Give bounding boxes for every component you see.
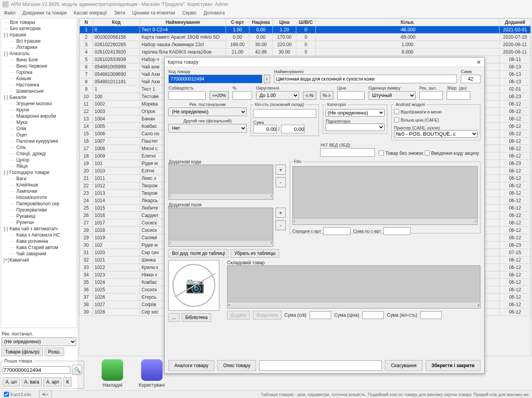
tree-node[interactable]: ···· Олія bbox=[2, 125, 76, 132]
menu-directories[interactable]: Довідники та товари bbox=[23, 10, 67, 16]
tree-node[interactable]: ···· Рукавиці bbox=[2, 213, 76, 219]
column-header[interactable]: Код bbox=[93, 19, 140, 26]
zber-input[interactable] bbox=[447, 91, 470, 100]
tree-node[interactable]: ···· Сіль bbox=[2, 144, 76, 151]
save-close-button[interactable]: Зберегти і закрити bbox=[426, 360, 480, 371]
tree-node[interactable]: ···· Презервативи bbox=[2, 207, 76, 213]
addfield-plus-button[interactable]: + bbox=[276, 208, 286, 218]
table-row[interactable]: 3026102260265Набор чашка Люминарк 22cl16… bbox=[80, 41, 531, 48]
tree-node[interactable]: ···· Клей/інше bbox=[2, 182, 76, 188]
search-input[interactable] bbox=[3, 366, 70, 374]
tree-node[interactable]: ···· Ліхтарики bbox=[2, 44, 76, 50]
info-button[interactable]: i bbox=[264, 75, 270, 83]
addcodes-list[interactable]: ‹› bbox=[168, 165, 273, 200]
menu-service[interactable]: Сервіс bbox=[182, 10, 197, 16]
tree-node[interactable]: [-] Кава чай з автомата/ч bbox=[2, 226, 76, 232]
category-tree[interactable]: ···· Все товары···· Без категории[-] Ігр… bbox=[1, 18, 77, 328]
tree-node[interactable]: ···· Цукор bbox=[2, 157, 76, 163]
reczal-input[interactable] bbox=[419, 91, 443, 100]
recpost-select[interactable]: (Не определено) bbox=[168, 108, 247, 116]
close-icon[interactable]: ✕ bbox=[476, 59, 481, 65]
menu-reports[interactable]: Звіти bbox=[114, 10, 125, 16]
tree-node[interactable]: ···· Згущене молоко bbox=[2, 100, 76, 107]
excise-checkbox[interactable]: Введення коду акцизу bbox=[425, 151, 479, 156]
tree-node[interactable]: ···· Вино Червоне bbox=[2, 63, 76, 69]
addfield-minus-button[interactable]: - bbox=[276, 220, 286, 230]
tree-node[interactable]: ···· Шампанське bbox=[2, 88, 76, 94]
free-price-checkbox[interactable]: Вільна ціна (CAFE) bbox=[394, 117, 439, 122]
del-component-button[interactable]: Видалити bbox=[253, 311, 281, 319]
filter-products-button[interactable]: Товари (фільтр) bbox=[2, 348, 43, 356]
category-select[interactable]: (Не определено) bbox=[326, 109, 385, 117]
fifo-list[interactable]: ‹› bbox=[292, 166, 478, 225]
tree-node[interactable]: ···· Коньяк bbox=[2, 75, 76, 82]
menu-help[interactable]: Допомога bbox=[204, 10, 225, 16]
table-row[interactable]: 4026102413920тарілка біла KADIKS пиала16… bbox=[80, 48, 531, 56]
tree-node[interactable]: ···· Крупи bbox=[2, 107, 76, 113]
column-header[interactable]: Доданий bbox=[500, 19, 531, 26]
tree-node[interactable]: ···· Рулетки bbox=[2, 219, 76, 226]
tree-node[interactable]: ···· Палочки кукурузяні bbox=[2, 138, 76, 144]
tree-node[interactable]: ···· Оцет bbox=[2, 132, 76, 138]
menu-labels[interactable]: Цінники та етикетки bbox=[132, 10, 175, 16]
column-header[interactable]: Найменування bbox=[140, 19, 226, 26]
tree-node[interactable]: [-] Іграшки bbox=[2, 32, 76, 38]
avg-cost-input[interactable] bbox=[323, 227, 351, 235]
users-app[interactable]: Користувачі bbox=[139, 359, 165, 388]
qty-input[interactable] bbox=[253, 109, 316, 118]
sum-cv-input[interactable] bbox=[310, 311, 331, 319]
library-button[interactable]: Бібліотека bbox=[182, 313, 211, 322]
tree-node[interactable]: ···· Носки/колготи bbox=[2, 194, 76, 201]
remove-fields-button[interactable]: Убрать из таблицы bbox=[231, 249, 279, 258]
tree-node[interactable]: ···· Кава розчинна bbox=[2, 238, 76, 244]
table-row[interactable]: 2001002056156Карта памяті Apacer 16GB mi… bbox=[80, 34, 531, 41]
all-fields-button[interactable]: Всі дод. поля до таблиці bbox=[168, 249, 228, 258]
tree-node[interactable]: ···· Кава Старий автом bbox=[2, 244, 76, 251]
rec-supplier-select[interactable]: (Не определено) bbox=[2, 337, 76, 346]
table-row[interactable]: 10Тест 0 С2=41.000.001.200-46.0002021-02… bbox=[80, 26, 531, 34]
tree-node[interactable]: ···· Все товары bbox=[2, 19, 76, 25]
tree-node[interactable]: [+] Кава/чай bbox=[2, 257, 76, 263]
unit-select[interactable]: Штучный bbox=[369, 91, 416, 100]
product-code-input[interactable] bbox=[168, 75, 262, 83]
sum-cost-input[interactable] bbox=[383, 227, 411, 235]
extended-button[interactable]: Розш. bbox=[45, 348, 64, 356]
ean13-checkbox[interactable]: Ean13.info bbox=[4, 392, 31, 397]
show-menu-checkbox[interactable]: Відображати в меню bbox=[394, 109, 442, 114]
tree-node[interactable]: ···· Вино Біле bbox=[2, 57, 76, 63]
sum2-input[interactable] bbox=[281, 125, 305, 133]
tree-node[interactable]: ···· Всі іграшки bbox=[2, 38, 76, 44]
sum-qty-input[interactable] bbox=[420, 311, 442, 319]
tree-node[interactable]: [-] Господарчі товари bbox=[2, 169, 76, 176]
addcode-plus-button[interactable]: + bbox=[276, 165, 286, 175]
sum1-input[interactable] bbox=[253, 125, 277, 133]
column-header[interactable]: С-врт bbox=[226, 19, 249, 26]
nakladni-app[interactable]: Накладні bbox=[102, 359, 123, 388]
tree-node[interactable]: ···· Чай заварний bbox=[2, 251, 76, 257]
tree-node[interactable]: ···· Паперові/вологі сер bbox=[2, 201, 76, 207]
auto-piece-button[interactable]: А. шт bbox=[3, 377, 20, 387]
auto-article-button[interactable]: А. арт bbox=[43, 377, 62, 387]
description-button[interactable]: Опис товару bbox=[217, 360, 256, 371]
tree-node[interactable]: ···· Ваги bbox=[2, 176, 76, 182]
tree-node[interactable]: ···· Настоянка bbox=[2, 82, 76, 88]
tree-node[interactable]: ···· Мука bbox=[2, 119, 76, 125]
plus20-button[interactable]: <+20% bbox=[210, 91, 229, 100]
addcode-minus-button[interactable]: - bbox=[276, 177, 286, 187]
tree-node[interactable]: [-] Бакалія bbox=[2, 94, 76, 100]
sum-price-input[interactable] bbox=[362, 311, 384, 319]
no-discount-checkbox[interactable]: Товар без знижок bbox=[379, 151, 423, 156]
pct-input[interactable] bbox=[233, 91, 252, 100]
tree-node[interactable]: ···· Спеції, дріжді bbox=[2, 151, 76, 157]
back-button[interactable]: <-- bbox=[39, 390, 52, 398]
add-component-button[interactable]: Додати bbox=[227, 311, 250, 319]
tree-node[interactable]: ···· Лампочки bbox=[2, 188, 76, 194]
printer-select[interactable]: №0 - POS, BOUTIQUE, с bbox=[394, 130, 478, 138]
column-header[interactable]: Кільк. bbox=[316, 19, 500, 26]
symv-input[interactable] bbox=[461, 75, 480, 83]
k-button[interactable]: К bbox=[63, 377, 72, 387]
analogs-button[interactable]: Аналоги товару bbox=[168, 360, 214, 371]
ukt-input[interactable] bbox=[320, 148, 375, 157]
tree-node[interactable]: ···· Без категории bbox=[2, 25, 76, 32]
components-list[interactable]: ‹› bbox=[227, 265, 480, 308]
